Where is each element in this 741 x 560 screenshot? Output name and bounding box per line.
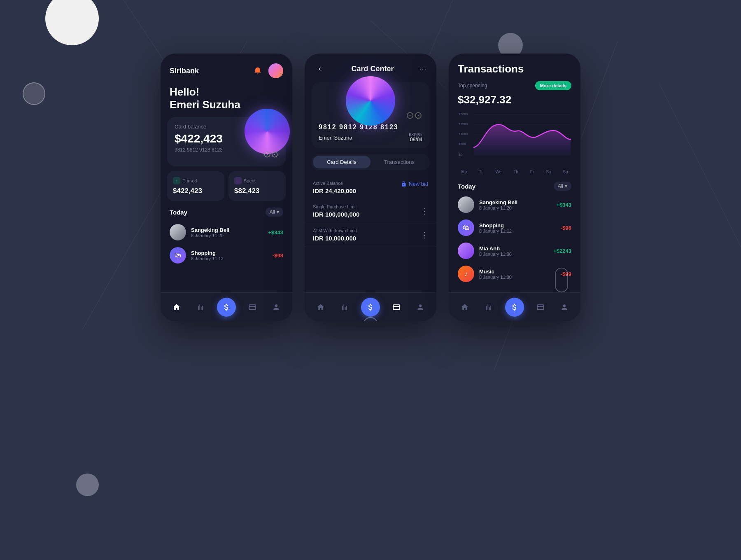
spent-icon: ↓ — [234, 177, 242, 184]
bg-decoration-circle-gray-2 — [76, 474, 99, 496]
nav-profile[interactable] — [269, 300, 284, 315]
top-spending-label: Top spending — [458, 83, 487, 89]
avatar-shopping: 🛍 — [170, 247, 186, 264]
p3-avatar-sangeking — [458, 196, 474, 213]
chart-label-su: Su — [563, 170, 568, 174]
card-display-orb — [346, 76, 395, 126]
nav3-card[interactable] — [533, 300, 548, 315]
single-limit-value: IDR 100,000,000 — [313, 211, 359, 218]
p3-avatar-mia — [458, 243, 474, 259]
card-widget: Card balance $422,423 9812 9812 9128 812… — [167, 117, 286, 166]
phone3-title: Transactions — [458, 63, 571, 75]
chart-label-sa: Sa — [546, 170, 551, 174]
phone2-header: ‹ Card Center ⋯ — [305, 54, 436, 78]
bell-icon[interactable] — [251, 64, 264, 77]
filter-button-p3[interactable]: All ▾ — [554, 182, 571, 191]
p3-amount-sangeking: +$343 — [556, 202, 571, 208]
p3-date-sangeking: 8 January 11:20 — [479, 205, 551, 210]
today-label-p3: Today — [458, 183, 475, 190]
chart-label-th: Th — [513, 170, 518, 174]
earned-icon: ↑ — [173, 177, 180, 184]
phone-2-card-center: ‹ Card Center ⋯ ⊙⊙ 9812 9812 9128 8123 E… — [305, 54, 436, 321]
p3-avatar-music: ♪ — [458, 266, 474, 282]
nav-pay[interactable] — [217, 298, 236, 317]
p3-name-music: Music — [479, 268, 556, 275]
chart-label-we: We — [495, 170, 501, 174]
active-balance-row: Active Balance IDR 24,420,000 New bid — [305, 176, 436, 199]
single-limit-row: Single Purchase Limit IDR 100,000,000 ⋮ — [305, 199, 436, 223]
p3-info-music: Music 8 January 11:00 — [479, 268, 556, 280]
nav3-home[interactable] — [457, 300, 472, 315]
orb-inner — [245, 109, 290, 154]
new-bid-button[interactable]: New bid — [401, 181, 428, 187]
tx-name: Sangeking Bell — [191, 227, 263, 233]
nav2-home[interactable] — [313, 300, 328, 315]
p3-tx-mia: Mia Anh 8 January 11:06 +$2243 — [449, 239, 580, 262]
avatar-image — [268, 63, 283, 78]
card-tabs: Card Details Transactions — [311, 154, 430, 170]
atm-limit-menu[interactable]: ⋮ — [421, 231, 428, 240]
atm-limit-label: ATM With drawn Limit — [313, 228, 357, 233]
chart-label-tu: Tu — [479, 170, 483, 174]
phone1-brand: Siribank — [170, 67, 199, 75]
today-tx-header: Today All ▾ — [449, 177, 580, 193]
phone1-header-icons — [251, 63, 283, 78]
user-avatar[interactable] — [268, 63, 283, 78]
nav3-chart[interactable] — [481, 300, 496, 315]
tab-card-details[interactable]: Card Details — [313, 156, 370, 168]
earned-stat-box: ↑ Earned $422,423 — [167, 171, 224, 201]
nav2-chart[interactable] — [337, 300, 352, 315]
card-display-number: 9812 9812 9128 8123 — [319, 124, 398, 131]
p3-info-shopping: Shopping 8 January 11:12 — [479, 222, 556, 233]
tab-transactions[interactable]: Transactions — [370, 156, 428, 168]
nav-home[interactable] — [169, 300, 184, 315]
more-details-button[interactable]: More details — [535, 81, 571, 90]
nav2-card[interactable] — [389, 300, 404, 315]
nav2-profile[interactable] — [413, 300, 428, 315]
nav-card[interactable] — [245, 300, 260, 315]
nav-chart[interactable] — [193, 300, 208, 315]
spending-amount: $32,927.32 — [449, 92, 580, 110]
bg-decoration-circle-outline — [23, 82, 45, 105]
scroll-indicator — [555, 268, 568, 292]
avatar-person — [170, 224, 186, 240]
greeting-line1: Hello! — [170, 86, 199, 98]
spent-value: $82,423 — [234, 187, 280, 195]
filter-button[interactable]: All ▾ — [266, 208, 283, 217]
phone1-header: Siribank — [161, 54, 292, 82]
tx-amount: +$343 — [268, 229, 283, 236]
atm-limit-info: ATM With drawn Limit IDR 10,000,000 — [313, 228, 357, 242]
svg-text:$500: $500 — [459, 142, 466, 146]
card-mastercard-icon: ⊙⊙ — [406, 110, 422, 121]
greeting-line2: Emeri Suzuha — [170, 98, 240, 111]
phone2-title: Card Center — [351, 65, 394, 73]
back-button[interactable]: ‹ — [314, 63, 326, 75]
svg-text:$1000: $1000 — [459, 132, 468, 136]
tx-date: 8 January 11:20 — [191, 233, 263, 238]
p3-info-mia: Mia Anh 8 January 11:06 — [479, 245, 548, 257]
p3-name-shopping: Shopping — [479, 222, 556, 229]
card-display: ⊙⊙ 9812 9812 9128 8123 Emeri Suzuha EXPI… — [311, 82, 430, 148]
stats-section: ↑ Earned $422,423 ↓ Spent $82,423 — [167, 171, 286, 201]
tx-date-shopping: 8 January 11:12 — [191, 256, 268, 261]
p3-date-mia: 8 January 11:06 — [479, 252, 548, 257]
tx-amount-shopping: -$98 — [273, 252, 283, 259]
chart-label-fr: Fr — [530, 170, 534, 174]
nav3-pay[interactable] — [505, 298, 524, 317]
phone-1-siribank: Siribank Hello! Emeri Suzuha Card balanc… — [161, 54, 292, 321]
more-options-button[interactable]: ⋯ — [419, 64, 427, 73]
svg-line-5 — [659, 82, 741, 247]
phone3-header: Transactions — [449, 54, 580, 78]
earned-label: ↑ Earned — [173, 177, 219, 184]
card-display-name: Emeri Suzuha — [319, 135, 352, 141]
nav2-pay[interactable] — [361, 298, 380, 317]
single-limit-menu[interactable]: ⋮ — [421, 207, 428, 216]
active-balance-value: IDR 24,420,000 — [313, 187, 356, 194]
p3-amount-shopping: -$98 — [561, 225, 571, 231]
p3-tx-sangeking: Sangeking Bell 8 January 11:20 +$343 — [449, 193, 580, 216]
top-spending-row: Top spending More details — [449, 78, 580, 92]
card-orb — [245, 109, 290, 154]
tx-info-shopping: Shopping 8 January 11:12 — [191, 250, 268, 261]
svg-text:$0: $0 — [459, 153, 462, 156]
nav3-profile[interactable] — [557, 300, 572, 315]
